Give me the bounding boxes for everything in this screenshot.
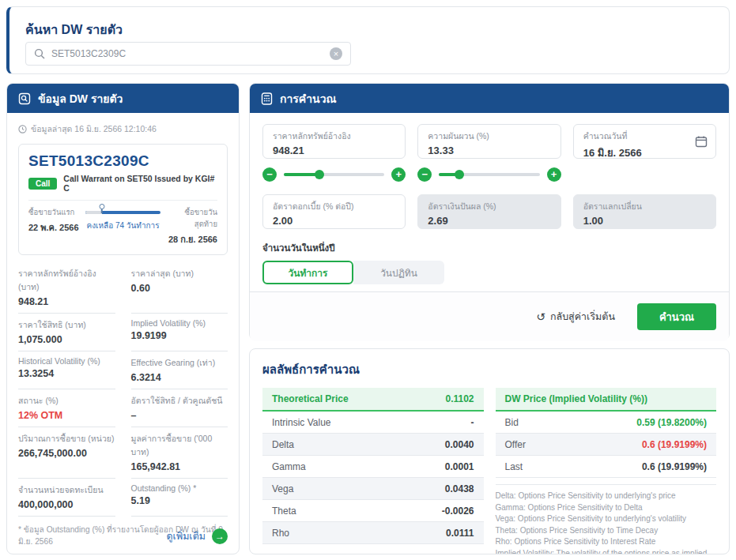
table-row: Gamma0.0001 xyxy=(262,456,484,478)
info-field: มูลค่าการซื้อขาย ('000 บาท)165,942.81 xyxy=(131,427,228,479)
calculator-icon xyxy=(261,92,273,105)
info-field: Implied Volatility (%)19.9199 xyxy=(131,314,228,351)
reset-icon: ↺ xyxy=(536,310,545,323)
dw-description: Call Warrant on SET50 Issued by KGI# C xyxy=(63,174,217,193)
table-row: Intrinsic Value- xyxy=(262,412,484,434)
search-input[interactable] xyxy=(51,48,330,59)
info-field: จำนวนหน่วยจดทะเบียน400,000,000 xyxy=(18,479,115,517)
toggle-business-days[interactable]: วันทำการ xyxy=(262,261,353,284)
calculator-footer: ↺ กลับสู่ค่าเริ่มต้น คำนวณ xyxy=(250,291,729,341)
last-trade-label: ซื้อขายวันสุดท้าย xyxy=(167,206,217,230)
increase-volatility-button[interactable]: + xyxy=(547,167,561,182)
search-section: ค้นหา DW รายตัว × xyxy=(6,6,730,74)
document-search-icon xyxy=(18,92,31,105)
table-row: Delta0.0040 xyxy=(262,434,484,456)
calculator-title: การคำนวณ xyxy=(280,90,337,107)
decrease-volatility-button[interactable]: − xyxy=(417,167,432,182)
call-badge: Call xyxy=(28,178,57,190)
table-row: Theoretical Price0.1102 xyxy=(262,388,484,412)
first-trade-label: ซื้อขายวันแรก xyxy=(28,206,79,218)
clear-icon[interactable]: × xyxy=(330,47,342,60)
table-row: Rho0.0111 xyxy=(262,522,484,544)
toggle-calendar-days[interactable]: วันปฏิทิน xyxy=(353,261,444,284)
greeks-definitions: Delta: Options Price Sensitivity to unde… xyxy=(496,484,717,554)
info-field: ราคาล่าสุด (บาท)0.60 xyxy=(131,262,228,314)
days-toggle: วันทำการ วันปฏิทิน xyxy=(262,261,716,284)
divider xyxy=(28,200,217,201)
time-progress: คงเหลือ 74 วันทำการ xyxy=(79,206,167,231)
dw-info-header: ข้อมูล DW รายตัว xyxy=(7,84,239,113)
search-title: ค้นหา DW รายตัว xyxy=(25,20,729,39)
increase-price-button[interactable]: + xyxy=(391,167,406,182)
calculator-header: การคำนวณ xyxy=(250,84,729,113)
search-input-wrap[interactable]: × xyxy=(25,42,351,66)
days-per-year-label: จำนวนวันในหนึ่งปี xyxy=(262,241,716,255)
results-panel: ผลลัพธ์การคำนวณ Theoretical Price0.1102 … xyxy=(249,348,730,554)
calendar-icon[interactable] xyxy=(695,135,708,148)
dw-info-title: ข้อมูล DW รายตัว xyxy=(38,90,123,107)
calculator-body: ราคาหลักทรัพย์อ้างอิง 948.21 ความผันผวน … xyxy=(250,113,729,341)
dw-info-panel: ข้อมูล DW รายตัว ข้อมูลล่าสุด 16 มิ.ย. 2… xyxy=(6,83,240,554)
table-row: Bid0.59 (19.8200%) xyxy=(496,412,717,434)
info-field: อัตราใช้สิทธิ / ตัวคูณดัชนี– xyxy=(131,389,228,427)
dw-info-grid: ราคาหลักทรัพย์อ้างอิง (บาท)948.21 ราคาล่… xyxy=(18,262,228,517)
volatility-slider-thumb[interactable] xyxy=(455,170,464,179)
dw-price-table: DW Price (Implied Volatility (%)) Bid0.5… xyxy=(496,388,717,554)
dw-info-body: ข้อมูลล่าสุด 16 มิ.ย. 2566 12:10:46 SET5… xyxy=(7,113,239,554)
info-field-status: สถานะ (%)12% OTM xyxy=(18,389,115,427)
see-more-link[interactable]: ดูเพิ่มเติม → xyxy=(167,528,228,544)
first-trade-date: 22 พ.ค. 2566 xyxy=(28,220,79,235)
calculator-panel: การคำนวณ ราคาหลักทรัพย์อ้างอิง 948.21 คว… xyxy=(249,83,730,340)
dw-symbol: SET5013C2309C xyxy=(28,152,217,170)
exchange-rate-field: อัตราแลกเปลี่ยน 1.00 xyxy=(573,194,716,229)
table-row: Vega0.0438 xyxy=(262,478,484,500)
table-row: DW Price (Implied Volatility (%)) xyxy=(496,388,717,412)
info-field: ปริมาณการซื้อขาย (หน่วย)266,745,000.00 xyxy=(18,427,115,479)
table-row: Last0.6 (19.9199%) xyxy=(496,456,717,478)
arrow-right-icon: → xyxy=(212,528,228,544)
info-field: Effective Gearing (เท่า)6.3214 xyxy=(131,351,228,389)
price-slider-track[interactable] xyxy=(284,173,384,176)
clock-icon xyxy=(18,125,27,133)
interest-rate-field[interactable]: อัตราดอกเบี้ย (% ต่อปี) 2.00 xyxy=(262,194,406,229)
results-title: ผลลัพธ์การคำนวณ xyxy=(262,360,716,379)
remaining-days: คงเหลือ 74 วันทำการ xyxy=(85,220,160,231)
greeks-table: Theoretical Price0.1102 Intrinsic Value-… xyxy=(262,388,484,554)
dividend-rate-field: อัตราเงินปันผล (%) 2.69 xyxy=(417,194,560,229)
info-field: Historical Volatility (%)13.3254 xyxy=(18,351,115,389)
dw-calculator-page: ค้นหา DW รายตัว × ข้อมูล DW รายตัว ข้อมู… xyxy=(0,0,736,560)
underlying-price-field[interactable]: ราคาหลักทรัพย์อ้างอิง 948.21 xyxy=(262,124,406,159)
last-trade-date: 28 ก.ย. 2566 xyxy=(167,232,217,246)
last-updated: ข้อมูลล่าสุด 16 มิ.ย. 2566 12:10:46 xyxy=(18,122,228,136)
volatility-field[interactable]: ความผันผวน (%) 13.33 xyxy=(417,124,560,159)
see-more-label: ดูเพิ่มเติม xyxy=(167,528,206,544)
info-field: ราคาหลักทรัพย์อ้างอิง (บาท)948.21 xyxy=(18,262,115,314)
volatility-slider: − + xyxy=(417,164,560,185)
table-row: Theta-0.0026 xyxy=(262,500,484,522)
table-row: Offer0.6 (19.9199%) xyxy=(496,434,717,456)
progress-pin-icon xyxy=(99,204,104,209)
trading-dates: ซื้อขายวันแรก 22 พ.ค. 2566 คงเหลือ 74 วั… xyxy=(28,206,217,246)
reset-label: กลับสู่ค่าเริ่มต้น xyxy=(550,309,615,325)
price-slider-thumb[interactable] xyxy=(315,170,324,179)
search-icon xyxy=(34,48,45,59)
info-field: Outstanding (%) *5.19 xyxy=(131,479,228,517)
calculate-button[interactable]: คำนวณ xyxy=(637,303,716,330)
calc-date-field[interactable]: คำนวณวันที่ 16 มิ.ย. 2566 xyxy=(573,124,716,159)
info-field: ราคาใช้สิทธิ (บาท)1,075.000 xyxy=(18,314,115,351)
decrease-price-button[interactable]: − xyxy=(262,167,277,182)
volatility-slider-track[interactable] xyxy=(439,173,539,176)
underlying-price-slider: − + xyxy=(262,164,406,185)
reset-button[interactable]: ↺ กลับสู่ค่าเริ่มต้น xyxy=(536,309,615,325)
dw-summary-card: SET5013C2309C Call Call Warrant on SET50… xyxy=(18,144,228,255)
